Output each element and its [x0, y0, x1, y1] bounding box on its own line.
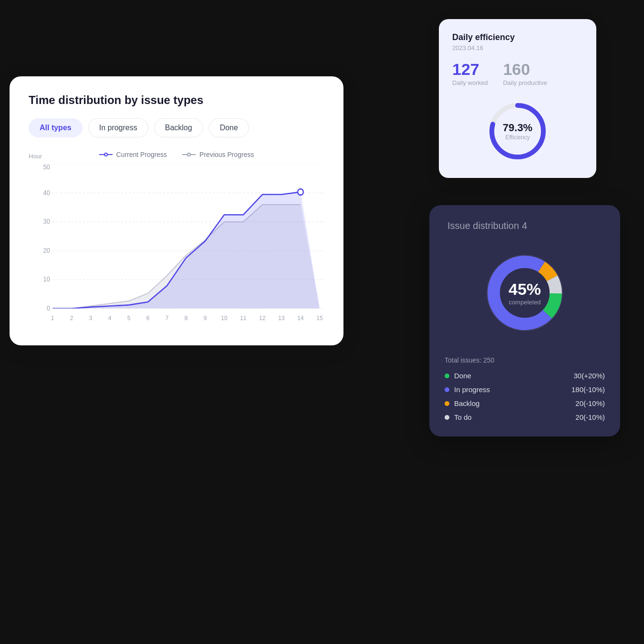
filter-tabs: All types In progress Backlog Done [29, 118, 324, 137]
efficiency-percent: 79.3% [503, 122, 532, 134]
legend-previous-dot [187, 153, 191, 156]
legend-previous-line [182, 154, 196, 155]
filter-in-progress[interactable]: In progress [88, 118, 148, 137]
issue-donut-percent: 45% [509, 280, 541, 299]
legend-current-line [99, 154, 113, 155]
issue-donut-container: 45% compeleted [445, 243, 605, 343]
in-progress-value: 180(-10%) [571, 385, 605, 394]
svg-text:30: 30 [43, 218, 50, 225]
svg-text:15: 15 [316, 315, 322, 322]
efficiency-donut-container: 79.3% Efficiency [452, 98, 583, 165]
daily-productive-label: Daily productive [503, 79, 547, 86]
legend-item-in-progress: In progress 180(-10%) [445, 385, 605, 394]
legend-item-todo: To do 20(-10%) [445, 413, 605, 421]
daily-worked-stat: 127 Daily worked [452, 61, 488, 86]
daily-productive-stat: 160 Daily productive [503, 61, 547, 86]
backlog-label: Backlog [454, 399, 479, 407]
daily-efficiency-card: Daily efficiency 2023.04.16 127 Daily wo… [439, 19, 596, 178]
chart-area: Hour 0 10 20 30 4 [29, 164, 324, 326]
issue-dist-title: Issue distribution4 [445, 220, 605, 231]
todo-label: To do [454, 413, 472, 421]
chart-svg: 0 10 20 30 40 50 1 2 3 4 5 [29, 164, 324, 326]
svg-text:1: 1 [51, 315, 54, 322]
svg-text:20: 20 [43, 247, 50, 254]
legend-previous-label: Previous Progress [199, 151, 254, 158]
efficiency-label: Efficiency [505, 134, 530, 141]
efficiency-title: Daily efficiency [452, 32, 583, 42]
svg-point-15 [298, 189, 303, 195]
legend-current-dot [104, 153, 108, 156]
legend-previous: Previous Progress [182, 151, 254, 158]
issue-legend: Done 30(+20%) In progress 180(-10%) Back… [445, 372, 605, 421]
issue-donut: 45% compeleted [475, 243, 575, 343]
daily-worked-value: 127 [452, 61, 488, 77]
svg-text:11: 11 [240, 315, 246, 322]
chart-legend: Current Progress Previous Progress [29, 151, 324, 158]
legend-item-backlog: Backlog 20(-10%) [445, 399, 605, 407]
done-label: Done [454, 372, 471, 380]
svg-text:10: 10 [221, 315, 227, 322]
filter-done[interactable]: Done [209, 118, 249, 137]
done-value: 30(+20%) [574, 372, 605, 380]
total-issues: Total issues: 250 [445, 356, 605, 364]
svg-text:7: 7 [166, 315, 169, 322]
daily-productive-value: 160 [503, 61, 547, 77]
in-progress-dot [445, 387, 449, 392]
time-distribution-card: Time distribution by issue types All typ… [10, 76, 343, 345]
issue-donut-center: 45% compeleted [475, 243, 575, 343]
filter-backlog[interactable]: Backlog [154, 118, 203, 137]
svg-text:12: 12 [259, 315, 265, 322]
in-progress-label: In progress [454, 385, 490, 394]
svg-text:8: 8 [185, 315, 188, 322]
svg-text:14: 14 [297, 315, 303, 322]
efficiency-donut-text: 79.3% Efficiency [484, 98, 551, 165]
svg-text:4: 4 [108, 315, 112, 322]
svg-text:6: 6 [146, 315, 150, 322]
svg-text:5: 5 [127, 315, 131, 322]
backlog-dot [445, 401, 449, 406]
todo-value: 20(-10%) [575, 413, 605, 421]
legend-item-done: Done 30(+20%) [445, 372, 605, 380]
issue-donut-label: compeleted [509, 299, 540, 306]
efficiency-stats: 127 Daily worked 160 Daily productive [452, 61, 583, 86]
svg-text:10: 10 [43, 276, 50, 283]
legend-current: Current Progress [99, 151, 167, 158]
efficiency-date: 2023.04.16 [452, 44, 583, 52]
backlog-value: 20(-10%) [575, 399, 605, 407]
daily-worked-label: Daily worked [452, 79, 488, 86]
svg-text:2: 2 [70, 315, 73, 322]
y-axis-label: Hour [29, 153, 42, 160]
svg-marker-14 [52, 192, 320, 308]
time-dist-title: Time distribution by issue types [29, 93, 324, 107]
filter-all-types[interactable]: All types [29, 118, 83, 137]
svg-text:40: 40 [43, 189, 50, 196]
svg-text:50: 50 [43, 164, 50, 171]
svg-text:13: 13 [278, 315, 284, 322]
svg-text:9: 9 [204, 315, 207, 322]
efficiency-donut: 79.3% Efficiency [484, 98, 551, 165]
todo-dot [445, 415, 449, 420]
svg-text:3: 3 [89, 315, 93, 322]
issue-distribution-card: Issue distribution4 [429, 205, 620, 436]
done-dot [445, 374, 449, 378]
svg-text:0: 0 [47, 305, 50, 312]
legend-current-label: Current Progress [116, 151, 167, 158]
